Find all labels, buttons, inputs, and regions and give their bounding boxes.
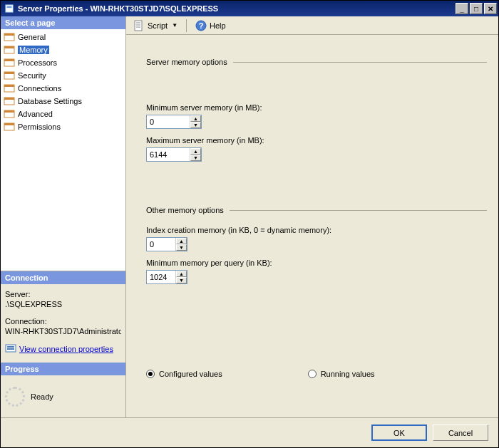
toolbar: Script ▼ ? Help <box>126 16 498 35</box>
spinner-controls: ▲ ▼ <box>190 115 201 128</box>
title-bar: Server Properties - WIN-RHKT30STJD7\SQLE… <box>1 1 498 16</box>
svg-rect-7 <box>4 59 14 61</box>
help-label: Help <box>210 21 226 30</box>
other-memory-group: Other memory options <box>146 206 487 214</box>
page-icon <box>4 108 15 120</box>
content-area: Server memory options Minimum server mem… <box>126 35 498 417</box>
window-controls: _ □ ✕ <box>454 3 497 14</box>
page-label: Database Settings <box>18 97 82 105</box>
page-label: Security <box>18 71 46 80</box>
progress-spinner-icon <box>5 387 25 407</box>
spin-down-button[interactable]: ▼ <box>176 277 187 283</box>
svg-rect-3 <box>4 33 14 36</box>
page-item-database-settings[interactable]: Database Settings <box>1 95 125 108</box>
min-query-memory-label: Minimum memory per query (in KB): <box>146 259 487 267</box>
page-item-connections[interactable]: Connections <box>1 82 125 95</box>
max-memory-field[interactable] <box>147 148 190 161</box>
svg-rect-19 <box>7 346 14 348</box>
spin-up-button[interactable]: ▲ <box>190 148 201 155</box>
min-query-memory-field[interactable] <box>147 271 175 283</box>
min-query-memory-input[interactable]: ▲ ▼ <box>146 270 187 284</box>
index-memory-input[interactable]: ▲ ▼ <box>146 237 187 251</box>
max-memory-label: Maximum server memory (in MB): <box>146 136 487 145</box>
svg-rect-0 <box>6 5 14 13</box>
radio-circle-icon <box>308 370 317 378</box>
right-panel: Script ▼ ? Help Server memory options Mi… <box>126 16 498 417</box>
page-icon <box>4 121 15 132</box>
connection-properties-icon <box>5 343 16 355</box>
app-icon <box>4 3 15 14</box>
page-item-advanced[interactable]: Advanced <box>1 108 125 120</box>
svg-text:?: ? <box>199 21 204 30</box>
page-label: Connections <box>18 84 61 93</box>
server-memory-group: Server memory options <box>146 58 487 66</box>
page-icon <box>4 44 15 56</box>
view-connection-properties-link[interactable]: View connection properties <box>19 345 113 353</box>
spin-down-button[interactable]: ▼ <box>190 155 201 161</box>
close-button[interactable]: ✕ <box>484 3 497 14</box>
svg-rect-15 <box>4 110 14 113</box>
connection-label: Connection: <box>5 317 121 325</box>
group-label: Other memory options <box>146 206 224 214</box>
min-memory-input[interactable]: ▲ ▼ <box>146 115 202 129</box>
page-icon <box>4 70 15 81</box>
toolbar-separator <box>186 19 187 32</box>
minimize-button[interactable]: _ <box>456 3 468 14</box>
group-label: Server memory options <box>146 58 227 66</box>
page-label: General <box>18 33 46 41</box>
help-icon: ? <box>195 20 207 31</box>
connection-value: WIN-RHKT30STJD7\Administrator <box>5 327 121 335</box>
dialog-footer: OK Cancel <box>1 417 498 447</box>
spin-up-button[interactable]: ▲ <box>176 238 187 244</box>
progress-status: Ready <box>31 392 53 401</box>
svg-rect-1 <box>7 6 12 9</box>
configured-values-radio[interactable]: Configured values <box>146 370 222 378</box>
page-icon <box>4 95 15 107</box>
index-memory-field[interactable] <box>147 238 175 251</box>
max-memory-input[interactable]: ▲ ▼ <box>146 147 202 162</box>
script-icon <box>133 20 145 31</box>
connection-header: Connection <box>1 271 125 284</box>
page-item-processors[interactable]: Processors <box>1 56 125 69</box>
cancel-button[interactable]: Cancel <box>433 424 488 441</box>
page-item-security[interactable]: Security <box>1 69 125 82</box>
server-label: Server: <box>5 290 121 298</box>
script-label: Script <box>148 21 168 30</box>
progress-header: Progress <box>1 363 125 375</box>
spin-down-button[interactable]: ▼ <box>190 122 201 128</box>
svg-rect-9 <box>4 72 14 74</box>
running-values-radio[interactable]: Running values <box>308 370 375 378</box>
connection-panel: Server: .\SQLEXPRESS Connection: WIN-RHK… <box>1 284 125 363</box>
spinner-controls: ▲ ▼ <box>175 271 187 283</box>
spin-down-button[interactable]: ▼ <box>176 244 187 251</box>
svg-rect-17 <box>4 123 14 125</box>
radio-circle-icon <box>146 370 155 378</box>
help-button[interactable]: ? Help <box>192 19 229 33</box>
page-label: Advanced <box>18 110 53 118</box>
ok-button[interactable]: OK <box>371 424 427 441</box>
svg-rect-5 <box>4 46 14 48</box>
maximize-button[interactable]: □ <box>470 3 483 14</box>
values-radio-group: Configured values Running values <box>146 370 487 378</box>
index-memory-label: Index creation memory (in KB, 0 = dynami… <box>146 226 487 234</box>
page-item-permissions[interactable]: Permissions <box>1 120 125 133</box>
page-icon <box>4 83 15 94</box>
radio-label: Configured values <box>159 370 222 378</box>
min-memory-label: Minimum server memory (in MB): <box>146 103 487 112</box>
min-memory-field[interactable] <box>147 115 190 128</box>
spin-up-button[interactable]: ▲ <box>190 115 201 122</box>
page-icon <box>4 31 15 43</box>
page-item-general[interactable]: General <box>1 31 125 43</box>
spinner-controls: ▲ ▼ <box>175 238 187 251</box>
svg-rect-13 <box>4 98 14 100</box>
window-title: Server Properties - WIN-RHKT30STJD7\SQLE… <box>18 4 454 13</box>
page-label: Permissions <box>18 123 61 131</box>
radio-label: Running values <box>321 370 375 378</box>
page-item-memory[interactable]: Memory <box>1 43 125 56</box>
progress-panel: Ready <box>1 375 125 417</box>
svg-rect-20 <box>7 348 14 350</box>
page-icon <box>4 57 15 68</box>
script-button[interactable]: Script ▼ <box>130 19 180 33</box>
left-panel: Select a page General Memory Processors … <box>1 16 126 417</box>
spin-up-button[interactable]: ▲ <box>176 271 187 277</box>
